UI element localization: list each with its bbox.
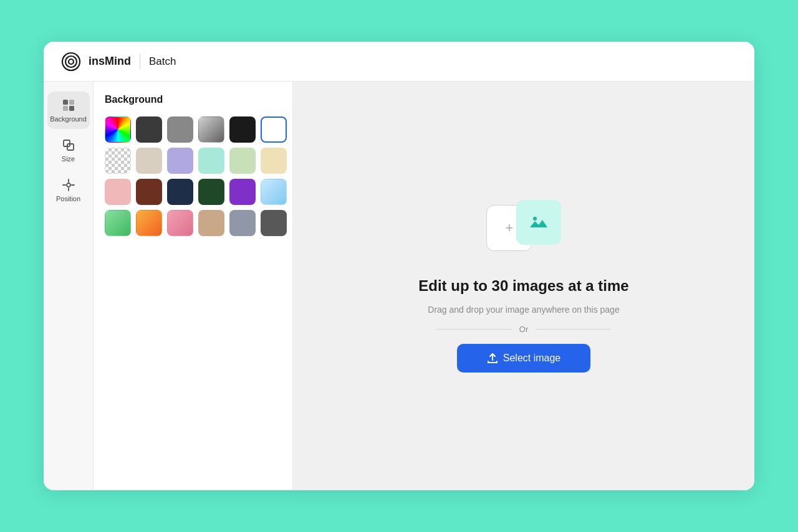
select-image-label: Select image bbox=[503, 353, 561, 364]
position-icon bbox=[61, 178, 76, 192]
position-item-label: Position bbox=[56, 195, 80, 202]
canvas-title: Edit up to 30 images at a time bbox=[418, 277, 628, 295]
upload-illustration: + bbox=[486, 200, 561, 262]
svg-rect-6 bbox=[69, 106, 74, 111]
batch-label: Batch bbox=[149, 55, 176, 68]
header: insMind Batch bbox=[44, 42, 754, 82]
swatch-steel[interactable] bbox=[229, 210, 256, 236]
background-icon bbox=[61, 98, 76, 113]
swatch-sky-blue[interactable] bbox=[261, 179, 287, 205]
panel-title: Background bbox=[105, 94, 281, 105]
svg-point-9 bbox=[67, 183, 70, 187]
swatch-mint[interactable] bbox=[198, 148, 224, 174]
svg-point-1 bbox=[65, 56, 77, 67]
swatch-navy[interactable] bbox=[167, 179, 193, 205]
upload-card-front bbox=[516, 200, 561, 245]
canvas-subtitle: Drag and drop your image anywhere on thi… bbox=[428, 305, 619, 315]
size-icon bbox=[61, 138, 76, 153]
swatch-medium-gray[interactable] bbox=[167, 116, 193, 143]
sidebar-item-position[interactable]: Position bbox=[47, 171, 90, 209]
swatch-black[interactable] bbox=[229, 116, 256, 143]
swatch-lavender[interactable] bbox=[167, 148, 193, 174]
swatch-cream[interactable] bbox=[136, 148, 162, 174]
swatch-brown[interactable] bbox=[136, 179, 162, 205]
swatch-forest[interactable] bbox=[198, 179, 224, 205]
swatch-tan[interactable] bbox=[198, 210, 224, 236]
swatch-pink-gradient[interactable] bbox=[167, 210, 193, 236]
logo-area: insMind bbox=[61, 52, 131, 72]
svg-rect-4 bbox=[69, 100, 74, 105]
or-line-left bbox=[436, 329, 512, 330]
sidebar: Background Size bbox=[44, 82, 94, 490]
swatch-dark-gray[interactable] bbox=[136, 116, 162, 143]
logo-icon bbox=[61, 52, 81, 72]
swatch-charcoal[interactable] bbox=[261, 210, 287, 236]
swatch-white[interactable] bbox=[261, 116, 287, 143]
background-panel: Background bbox=[94, 82, 293, 490]
or-divider: Or bbox=[436, 325, 611, 334]
sidebar-item-size[interactable]: Size bbox=[47, 131, 90, 169]
plus-icon: + bbox=[506, 221, 514, 235]
swatch-peach[interactable] bbox=[261, 148, 287, 174]
svg-rect-7 bbox=[64, 140, 70, 146]
upload-arrow-icon bbox=[487, 353, 498, 364]
svg-rect-3 bbox=[63, 100, 68, 105]
swatch-orange-gradient[interactable] bbox=[136, 210, 162, 236]
svg-rect-8 bbox=[67, 144, 74, 150]
select-image-button[interactable]: Select image bbox=[457, 344, 591, 373]
canvas-area: + Edit up to 30 images at a time Drag an… bbox=[293, 82, 754, 490]
image-placeholder-icon bbox=[526, 210, 551, 235]
swatch-transparent[interactable] bbox=[105, 148, 131, 174]
sidebar-item-background[interactable]: Background bbox=[47, 92, 90, 129]
or-text: Or bbox=[519, 325, 528, 334]
swatch-pink[interactable] bbox=[105, 179, 131, 205]
background-item-label: Background bbox=[50, 115, 87, 123]
or-line-right bbox=[536, 329, 611, 330]
main-content: Background Size bbox=[44, 82, 754, 490]
header-divider bbox=[140, 54, 140, 69]
logo-text: insMind bbox=[89, 55, 131, 68]
app-window: insMind Batch Background bbox=[44, 42, 754, 490]
swatch-green-gradient[interactable] bbox=[105, 210, 131, 236]
size-item-label: Size bbox=[62, 155, 75, 163]
swatch-gradient-gray[interactable] bbox=[198, 116, 224, 143]
swatch-sage[interactable] bbox=[229, 148, 256, 174]
svg-point-2 bbox=[69, 59, 74, 64]
swatch-rainbow[interactable] bbox=[105, 116, 131, 143]
swatch-purple[interactable] bbox=[229, 179, 256, 205]
color-swatch-grid bbox=[105, 116, 281, 236]
svg-rect-5 bbox=[63, 106, 68, 111]
svg-point-14 bbox=[533, 217, 537, 221]
